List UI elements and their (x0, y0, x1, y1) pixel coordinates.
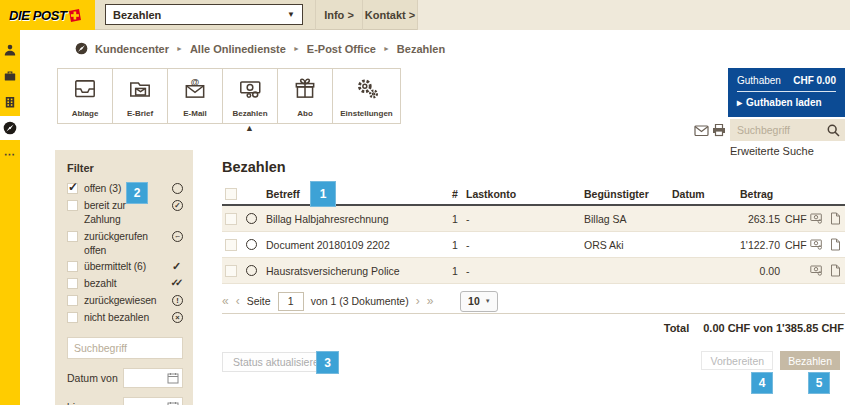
post-logo[interactable]: DIE POST (0, 0, 95, 30)
tab-einstellungen[interactable]: Einstellungen (332, 68, 401, 124)
page-number-input[interactable] (278, 292, 304, 311)
calendar-icon[interactable] (167, 372, 179, 384)
service-tabs: Ablage E-Brief @ E-Mail Bezahlen Abo (57, 68, 401, 124)
checkbox[interactable] (67, 200, 78, 211)
load-balance-link[interactable]: ▸ Guthaben laden (737, 97, 836, 108)
advanced-search-link[interactable]: Erweiterte Suche (730, 145, 814, 157)
tab-ablage[interactable]: Ablage (57, 68, 113, 124)
status-recalled-icon: ← (172, 231, 183, 242)
document-icon[interactable] (826, 238, 845, 251)
gears-icon (354, 69, 380, 109)
active-tab-pointer-icon: ▲ (245, 123, 254, 133)
status-open-icon (172, 183, 183, 194)
epost-office-window: DIE POST Bezahlen ▼ Info > Kontakt > (0, 0, 850, 405)
pay-icon[interactable] (806, 239, 826, 250)
status-ready-icon: ✓ (172, 200, 183, 211)
folder-letter-icon (127, 69, 153, 109)
date-from-input[interactable] (123, 368, 183, 388)
prepare-button[interactable]: Vorbereiten (701, 351, 773, 370)
chevron-right-icon: ▸ (737, 97, 742, 108)
search-icon[interactable] (827, 124, 840, 137)
banknote-coins-icon (237, 69, 263, 109)
checkbox[interactable] (67, 312, 78, 323)
page-size-dropdown[interactable]: 10 ▼ (460, 291, 498, 312)
table-row: Document 20180109 2202 1 - ORS Aki 1'122… (222, 232, 845, 258)
service-dropdown[interactable]: Bezahlen ▼ (105, 4, 303, 25)
next-page-icon[interactable]: › (416, 295, 420, 307)
post-logo-text: DIE POST (9, 8, 66, 23)
breadcrumb-epost-office[interactable]: E-Post Office (307, 43, 376, 55)
menu-item-kontakt[interactable]: Kontakt > (362, 0, 417, 30)
date-to-input[interactable] (123, 397, 183, 405)
checkbox[interactable] (67, 231, 78, 242)
tab-abo[interactable]: Abo (277, 68, 333, 124)
rail-item-building[interactable] (0, 90, 20, 114)
menu-item-info[interactable]: Info > (315, 0, 362, 30)
briefcase-icon (4, 70, 16, 82)
date-from-label: Datum von (67, 372, 123, 384)
rail-item-briefcase[interactable] (0, 64, 20, 88)
breadcrumb-kundencenter[interactable]: Kundencenter (95, 43, 169, 55)
pay-button[interactable]: Bezahlen (780, 351, 840, 370)
checkbox[interactable] (67, 278, 78, 289)
filter-option-bereit: bereit zur Zahlung ✓ (67, 199, 183, 227)
document-icon[interactable] (826, 212, 845, 225)
balance-box: Guthaben CHF 0.00 ▸ Guthaben laden (728, 68, 845, 117)
breadcrumb-separator-icon: ► (383, 45, 390, 52)
breadcrumb: Kundencenter ► Alle Onlinedienste ► E-Po… (75, 42, 445, 55)
col-lastkonto: Lastkonto (466, 188, 584, 200)
filter-option-bezahlt: bezahlt ✓✓ (67, 277, 183, 291)
filter-search-input[interactable] (67, 337, 183, 359)
chevron-down-icon: ▼ (485, 298, 491, 304)
annotation-badge-5: 5 (808, 372, 830, 394)
row-checkbox[interactable] (225, 213, 237, 225)
date-to-row: bis (67, 397, 183, 405)
checkbox-checked[interactable]: ✓ (67, 183, 78, 194)
pay-icon[interactable] (806, 213, 826, 224)
tab-e-mail[interactable]: @ E-Mail (167, 68, 223, 124)
balance-label: Guthaben (737, 75, 781, 86)
table-row: Hausratsversicherung Police 1 - 0.00 (222, 258, 845, 284)
swiss-cross-icon (68, 9, 82, 22)
date-from-row: Datum von (67, 368, 183, 388)
print-icon[interactable] (712, 123, 726, 137)
pagination: « ‹ Seite von 1 (3 Dokumente) › » 10 ▼ (222, 290, 845, 312)
total-row: Total 0.00 CHF von 1'385.85 CHF (664, 322, 844, 334)
breadcrumb-bezahlen[interactable]: Bezahlen (397, 43, 445, 55)
service-dropdown-value: Bezahlen (113, 9, 161, 21)
row-checkbox[interactable] (225, 265, 237, 277)
divider (222, 313, 845, 314)
checkbox[interactable] (67, 261, 78, 272)
prev-page-icon[interactable]: ‹ (236, 295, 240, 307)
document-icon[interactable] (826, 264, 845, 277)
breadcrumb-separator-icon: ► (293, 45, 300, 52)
person-icon (4, 44, 16, 56)
page-range-text: von 1 (3 Dokumente) (311, 295, 409, 307)
mail-icon[interactable] (694, 124, 709, 137)
filter-option-zurueckgewiesen: zurückgewiesen ! (67, 294, 183, 308)
total-label: Total (664, 322, 689, 334)
compass-icon (75, 42, 88, 55)
search-input[interactable] (730, 124, 827, 136)
rail-item-more[interactable]: ⋯ (0, 142, 20, 166)
status-open-icon (246, 265, 257, 276)
select-all-checkbox[interactable] (225, 188, 237, 200)
archive-tray-icon (72, 69, 98, 109)
row-checkbox[interactable] (225, 239, 237, 251)
tab-e-brief[interactable]: E-Brief (112, 68, 168, 124)
rail-item-epost-office[interactable] (0, 116, 20, 140)
status-open-icon (246, 239, 257, 250)
rail-item-person[interactable] (0, 38, 20, 62)
tab-bezahlen[interactable]: Bezahlen (222, 68, 278, 124)
first-page-icon[interactable]: « (222, 295, 229, 307)
filter-option-zurueckgerufen: zurückgerufen offen ← (67, 230, 183, 258)
pay-icon[interactable] (806, 265, 826, 276)
calendar-icon[interactable] (167, 401, 179, 405)
left-rail: ⋯ (0, 30, 20, 405)
breadcrumb-alle-onlinedienste[interactable]: Alle Onlinedienste (190, 43, 286, 55)
checkbox[interactable] (67, 295, 78, 306)
page-title: Bezahlen (222, 159, 286, 175)
status-transmitted-icon: ✓ (170, 261, 183, 272)
last-page-icon[interactable]: » (427, 295, 434, 307)
status-paid-icon: ✓✓ (167, 278, 183, 288)
